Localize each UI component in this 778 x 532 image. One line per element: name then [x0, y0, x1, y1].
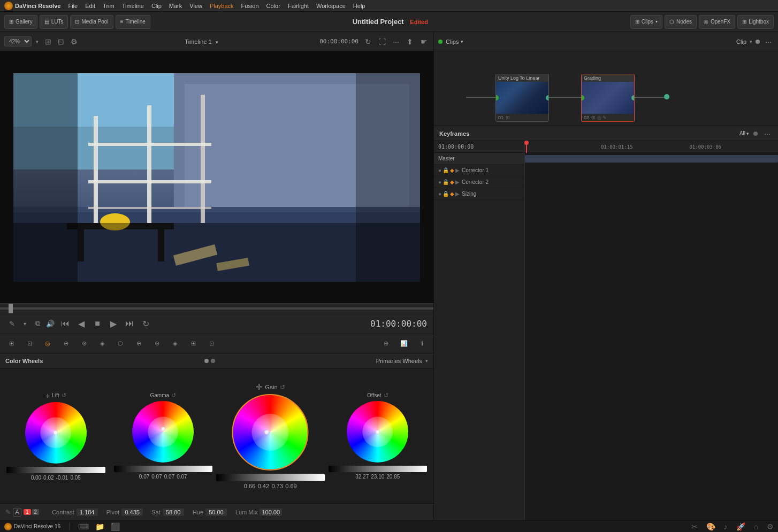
loop-button[interactable]: ↻: [139, 317, 152, 330]
openfx-button[interactable]: ◎ OpenFX: [699, 15, 735, 29]
color-share-icon[interactable]: ⊕: [379, 337, 393, 351]
sizing-chevron-icon[interactable]: ▶: [455, 191, 460, 197]
bc-pencil-icon[interactable]: ✎: [5, 508, 11, 516]
scrubber-area[interactable]: [0, 303, 433, 313]
zoom-select[interactable]: 42%: [4, 36, 32, 47]
color-key-icon[interactable]: ◈: [168, 337, 182, 351]
color-qualif-icon[interactable]: ◈: [95, 337, 109, 351]
gain-slider[interactable]: [216, 474, 325, 481]
refresh-icon[interactable]: ↻: [363, 36, 373, 47]
status-color-icon[interactable]: 🎨: [706, 522, 715, 531]
status-settings-icon[interactable]: ⚙: [767, 522, 774, 531]
scrubber-thumb[interactable]: [9, 304, 13, 313]
node-2[interactable]: Grading 02 ⊞ ◎ ✎: [581, 74, 635, 122]
menu-clip[interactable]: Clip: [151, 3, 162, 9]
color-blur-icon[interactable]: ⊛: [150, 337, 164, 351]
mediapool-button[interactable]: ⊡ Media Pool: [70, 15, 113, 29]
menu-help[interactable]: Help: [353, 3, 365, 9]
lift-wheel[interactable]: [25, 402, 87, 464]
menu-trim[interactable]: Trim: [103, 3, 115, 9]
sizing-diamond-icon[interactable]: ◆: [450, 191, 454, 197]
hue-value[interactable]: 50.00: [205, 508, 227, 516]
menu-timeline[interactable]: Timeline: [122, 3, 144, 9]
speaker-icon[interactable]: 🔊: [45, 318, 56, 329]
menu-view[interactable]: View: [189, 3, 202, 9]
clips-button[interactable]: ⊞ Clips ▾: [630, 15, 662, 29]
lightbox-button[interactable]: ⊞ Lightbox: [737, 15, 774, 29]
status-keyboard-icon[interactable]: ⌨: [78, 522, 89, 531]
grid-icon[interactable]: ⊞: [43, 36, 54, 47]
menu-color[interactable]: Color: [266, 3, 280, 9]
sat-value[interactable]: 58.80: [163, 508, 184, 516]
node1-output[interactable]: [546, 95, 548, 101]
offset-wheel[interactable]: [347, 401, 408, 462]
timeline-button[interactable]: ≡ Timeline: [116, 15, 150, 29]
color-wheel-icon[interactable]: ◎: [41, 337, 55, 351]
crop-icon[interactable]: ⊡: [56, 36, 66, 47]
pencil-icon[interactable]: ✎: [6, 318, 17, 329]
gamma-slider[interactable]: [114, 466, 213, 472]
node-1[interactable]: Unity Log To Linear 01 ⊞: [495, 74, 549, 122]
cw-dot-1[interactable]: [204, 359, 209, 363]
layers-icon[interactable]: ⧉: [32, 318, 43, 329]
chevron-icon[interactable]: ▾: [19, 318, 30, 329]
gamma-wheel[interactable]: [132, 401, 194, 462]
color-3d-icon[interactable]: ⊞: [186, 337, 200, 351]
skip-to-start-button[interactable]: ⏮: [59, 317, 72, 330]
skip-to-end-button[interactable]: ⏭: [123, 317, 136, 330]
gallery-button[interactable]: ⊞ Gallery: [4, 15, 37, 29]
status-timeline-icon[interactable]: ⬛: [111, 522, 120, 531]
node2-output[interactable]: [631, 95, 634, 101]
bc-num-2[interactable]: 2: [32, 509, 40, 515]
corrector1-chevron-icon[interactable]: ▶: [455, 167, 460, 173]
cw-dot-2[interactable]: [211, 359, 215, 363]
lift-slider[interactable]: [6, 467, 105, 473]
corrector1-diamond-icon[interactable]: ◆: [450, 167, 454, 173]
menu-fairlight[interactable]: Fairlight: [288, 3, 309, 9]
corrector2-chevron-icon[interactable]: ▶: [455, 179, 460, 185]
contrast-value[interactable]: 1.184: [77, 508, 98, 516]
luts-button[interactable]: ▤ LUTs: [40, 15, 68, 29]
step-back-button[interactable]: ◀: [75, 317, 88, 330]
status-cut-icon[interactable]: ✂: [691, 522, 698, 531]
color-tracker-icon[interactable]: ⊕: [132, 337, 146, 351]
color-grid-icon[interactable]: ⊡: [22, 337, 36, 351]
bc-a-label[interactable]: A: [13, 508, 21, 516]
lummix-value[interactable]: 100.00: [260, 508, 282, 516]
menu-mark[interactable]: Mark: [169, 3, 182, 9]
sizing-lock-icon[interactable]: 🔒: [443, 191, 449, 197]
offset-slider[interactable]: [329, 466, 428, 472]
color-curves-icon[interactable]: ⊕: [59, 337, 73, 351]
color-info-icon[interactable]: ℹ: [415, 337, 429, 351]
stop-button[interactable]: ■: [91, 317, 104, 330]
more-icon[interactable]: ···: [391, 36, 401, 47]
color-scope-icon[interactable]: ⊞: [4, 337, 18, 351]
color-hsl-icon[interactable]: ⊛: [77, 337, 91, 351]
corrector1-lock-icon[interactable]: 🔒: [443, 167, 449, 173]
cursor-icon[interactable]: ⬆: [405, 36, 415, 47]
menu-edit[interactable]: Edit: [85, 3, 95, 9]
kf-more-icon[interactable]: ···: [762, 128, 773, 139]
color-raw-icon[interactable]: ⊡: [204, 337, 218, 351]
corrector2-diamond-icon[interactable]: ◆: [450, 179, 454, 185]
bc-num-1[interactable]: 1: [24, 509, 31, 515]
menu-workspace[interactable]: Workspace: [316, 3, 346, 9]
play-button[interactable]: ▶: [107, 317, 120, 330]
cw-mode-dropdown[interactable]: Primaries Wheels: [376, 358, 422, 364]
status-home-icon[interactable]: ⌂: [754, 522, 758, 531]
fullscreen-icon[interactable]: ⛶: [377, 36, 387, 47]
color-window-icon[interactable]: ⬡: [113, 337, 127, 351]
status-media-icon[interactable]: 📁: [95, 522, 104, 531]
corrector2-lock-icon[interactable]: 🔒: [443, 179, 449, 185]
status-rocket-icon[interactable]: 🚀: [736, 522, 745, 531]
gain-reset-icon[interactable]: ↺: [280, 383, 285, 391]
gamma-reset-icon[interactable]: ↺: [171, 392, 176, 399]
lift-add-icon[interactable]: +: [45, 391, 50, 400]
lift-reset-icon[interactable]: ↺: [62, 392, 66, 399]
menu-fusion[interactable]: Fusion: [241, 3, 259, 9]
right-more-icon[interactable]: ···: [763, 36, 774, 47]
offset-reset-icon[interactable]: ↺: [384, 392, 388, 399]
nodes-button[interactable]: ⬡ Nodes: [665, 15, 697, 29]
gain-wheel[interactable]: [232, 394, 309, 471]
kf-all-dropdown[interactable]: All ▾: [739, 130, 749, 136]
